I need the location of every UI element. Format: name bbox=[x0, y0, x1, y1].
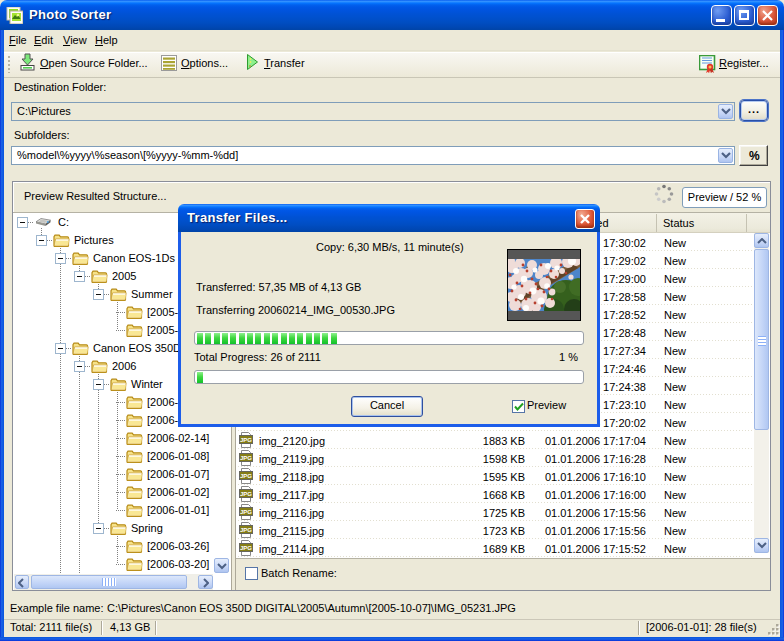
svg-text:JPG: JPG bbox=[240, 437, 252, 443]
svg-text:JPG: JPG bbox=[240, 509, 252, 515]
svg-text:JPG: JPG bbox=[240, 473, 252, 479]
svg-text:JPG: JPG bbox=[240, 545, 252, 551]
svg-text:JPG: JPG bbox=[240, 455, 252, 461]
svg-text:JPG: JPG bbox=[240, 527, 252, 533]
svg-text:JPG: JPG bbox=[240, 491, 252, 497]
